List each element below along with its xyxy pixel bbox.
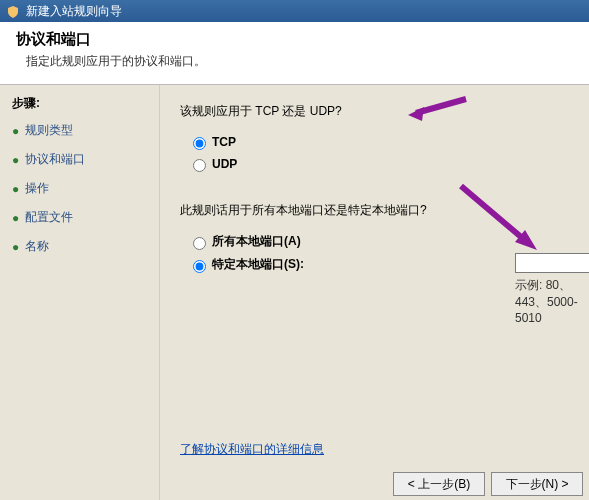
bullet-icon: ● (12, 240, 19, 254)
step-label: 规则类型 (25, 122, 73, 139)
wizard-buttons: < 上一步(B) 下一步(N) > (393, 472, 583, 496)
radio-specific-ports-label: 特定本地端口(S): (212, 256, 304, 273)
step-protocol-ports[interactable]: ● 协议和端口 (12, 151, 147, 168)
wizard-content: 步骤: ● 规则类型 ● 协议和端口 ● 操作 ● 配置文件 ● 名称 该规则应… (0, 85, 589, 500)
radio-specific-ports[interactable] (193, 260, 206, 273)
shield-icon (6, 4, 20, 18)
bullet-icon: ● (12, 182, 19, 196)
wizard-header: 协议和端口 指定此规则应用于的协议和端口。 (0, 22, 589, 85)
radio-tcp-label: TCP (212, 135, 236, 149)
window-title: 新建入站规则向导 (26, 0, 122, 22)
port-example: 示例: 80、443、5000-5010 (515, 277, 589, 325)
main-panel: 该规则应用于 TCP 还是 UDP? TCP UDP 此规则话用于所有本地端口还… (160, 85, 589, 500)
step-action[interactable]: ● 操作 (12, 180, 147, 197)
bullet-icon: ● (12, 211, 19, 225)
radio-all-ports-row[interactable]: 所有本地端口(A) (180, 233, 583, 250)
radio-udp-row[interactable]: UDP (180, 156, 583, 172)
back-button[interactable]: < 上一步(B) (393, 472, 485, 496)
window-titlebar: 新建入站规则向导 (0, 0, 589, 22)
protocol-section: 该规则应用于 TCP 还是 UDP? TCP UDP (180, 103, 583, 172)
radio-udp-label: UDP (212, 157, 237, 171)
step-rule-type[interactable]: ● 规则类型 (12, 122, 147, 139)
protocol-question: 该规则应用于 TCP 还是 UDP? (180, 103, 583, 120)
radio-all-ports-label: 所有本地端口(A) (212, 233, 301, 250)
step-profile[interactable]: ● 配置文件 (12, 209, 147, 226)
page-subtitle: 指定此规则应用于的协议和端口。 (16, 53, 577, 70)
ports-question: 此规则话用于所有本地端口还是特定本地端口? (180, 202, 583, 219)
next-button[interactable]: 下一步(N) > (491, 472, 583, 496)
step-label: 名称 (25, 238, 49, 255)
steps-title: 步骤: (12, 95, 147, 112)
page-title: 协议和端口 (16, 30, 577, 49)
bullet-icon: ● (12, 153, 19, 167)
radio-tcp[interactable] (193, 137, 206, 150)
radio-all-ports[interactable] (193, 237, 206, 250)
learn-more-link[interactable]: 了解协议和端口的详细信息 (180, 441, 324, 458)
bullet-icon: ● (12, 124, 19, 138)
port-input[interactable] (515, 253, 589, 273)
radio-udp[interactable] (193, 159, 206, 172)
step-label: 配置文件 (25, 209, 73, 226)
step-name[interactable]: ● 名称 (12, 238, 147, 255)
step-label: 协议和端口 (25, 151, 85, 168)
radio-tcp-row[interactable]: TCP (180, 134, 583, 150)
step-label: 操作 (25, 180, 49, 197)
steps-sidebar: 步骤: ● 规则类型 ● 协议和端口 ● 操作 ● 配置文件 ● 名称 (0, 85, 160, 500)
